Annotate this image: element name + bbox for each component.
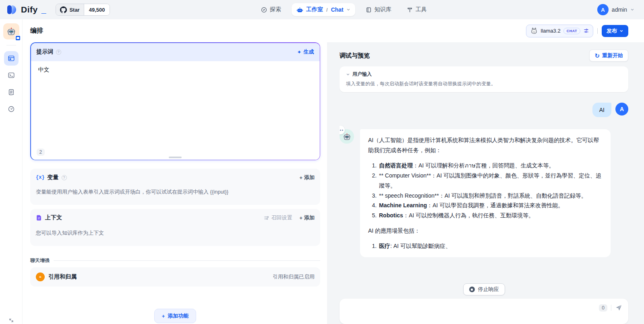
prompt-editor[interactable]: 中文 — [31, 61, 320, 160]
debug-panel-title: 调试与预览 — [340, 52, 370, 60]
knowledge-icon — [366, 7, 372, 13]
restart-button[interactable]: ↻ 重新开始 — [589, 50, 628, 62]
app-type-badge — [15, 35, 21, 41]
list-item: Robotics：AI 可以控制機器人行為，執行任務、互動環境等。 — [378, 210, 603, 221]
explore-icon — [261, 7, 267, 13]
orchestrate-config-panel: 提示词 ? ✦ 生成 中文 2 {x} 变量 ? + 添加 变量 — [23, 42, 327, 324]
plus-icon: + — [162, 313, 165, 319]
nav-knowledge[interactable]: 知识库 — [361, 3, 396, 16]
user-avatar[interactable]: A — [597, 4, 609, 15]
app-toolbar: 编排 llama3.2 CHAT 发布 — [23, 19, 644, 42]
current-app-icon[interactable] — [3, 23, 19, 39]
ai-message-bubble: AI（人工智能）是指使用计算机系统和算法来模拟人类智力和解决复杂问题的技术。它可… — [360, 129, 611, 257]
sidebar-item-logs[interactable] — [4, 85, 19, 99]
variables-title: 变量 — [48, 174, 59, 181]
add-context-button[interactable]: + 添加 — [299, 214, 315, 221]
sidebar-divider — [6, 45, 16, 45]
sidebar-item-monitoring[interactable] — [4, 102, 19, 116]
app-sidebar — [0, 19, 23, 324]
user-message-row: AI A — [340, 103, 628, 117]
citation-title: 引用和归属 — [48, 273, 77, 281]
list-item: Machine Learning：AI 可以學習自我調整，通過數據和算法來改善性… — [378, 200, 603, 210]
nav-separator: / — [326, 7, 328, 13]
prompt-resize-handle[interactable] — [169, 157, 182, 158]
monitoring-gauge-icon — [8, 105, 15, 113]
add-variable-button[interactable]: + 添加 — [299, 174, 315, 181]
user-input-title: 用户输入 — [352, 71, 372, 78]
ai-capabilities-list: 自然语言处理：AI 可以理解和分析ภาษ言種，回答問題、生成文本等。 ** Co… — [368, 161, 603, 221]
plus-icon: + — [299, 215, 302, 221]
citation-quote-icon: “ — [36, 272, 45, 281]
debug-preview-panel: 调试与预览 ↻ 重新开始 用户输入 填入变量的值，每次启动新会话时该变量将自动替… — [327, 42, 644, 324]
user-message-bubble: AI — [592, 103, 611, 117]
logo-underscore: _ — [41, 5, 46, 14]
add-feature-button[interactable]: + 添加功能 — [154, 309, 197, 323]
prompt-line-count: 2 — [37, 149, 45, 156]
dify-logo-icon — [6, 4, 18, 16]
context-section: 上下文 召回设置 + 添加 您可以导入知识库作为上下文 — [30, 209, 320, 246]
chevron-down-icon — [346, 8, 350, 12]
github-star-badge[interactable]: Star 49,500 — [56, 4, 110, 16]
user-input-card: 用户输入 填入变量的值，每次启动新会话时该变量将自动替换提示词中的变量。 — [340, 66, 628, 92]
model-settings-sliders-icon[interactable] — [583, 28, 589, 34]
recall-settings-icon — [264, 215, 269, 221]
github-star-count[interactable]: 49,500 — [84, 4, 110, 15]
chevron-down-icon — [346, 72, 350, 76]
logs-document-icon — [8, 89, 15, 96]
context-title: 上下文 — [45, 214, 62, 221]
refresh-icon: ↻ — [594, 53, 600, 59]
user-name: admin — [612, 6, 627, 13]
user-menu[interactable]: A admin — [597, 4, 634, 15]
list-item: 自然语言处理：AI 可以理解和分析ภาษ言種，回答問題、生成文本等。 — [378, 161, 603, 171]
ai-applications-list: 医疗: AI 可以幫助診斷病症、 — [368, 241, 603, 251]
chat-enhance-divider — [54, 260, 320, 261]
ai-message-row: AI（人工智能）是指使用计算机系统和算法来模拟人类智力和解决复杂问题的技术。它可… — [340, 129, 628, 257]
variables-section: {x} 变量 ? + 添加 变量能使用用户输入表单引入提示词或开场白，你可以试试… — [30, 169, 320, 205]
chat-message-list[interactable]: AI A — [340, 92, 628, 279]
generate-button[interactable]: ✦ 生成 — [297, 48, 314, 56]
chevron-down-icon — [630, 8, 634, 12]
ai-paragraph: AI 的應用場景包括： — [368, 226, 603, 236]
nav-studio-current-app[interactable]: Chat — [331, 6, 344, 13]
char-counter-badge: 0 — [599, 304, 607, 312]
tools-icon — [407, 7, 413, 13]
sidebar-collapse-button[interactable] — [8, 318, 14, 323]
terminal-icon — [8, 72, 15, 79]
github-star-label[interactable]: Star — [56, 4, 84, 15]
robot-icon — [296, 6, 303, 13]
user-input-toggle[interactable]: 用户输入 — [346, 71, 622, 78]
model-selector[interactable]: llama3.2 CHAT — [526, 25, 593, 37]
stop-response-button[interactable]: 停止响应 — [463, 283, 505, 295]
citation-section: “ 引用和归属 引用和归属已启用 — [30, 267, 320, 287]
model-name: llama3.2 — [541, 28, 561, 34]
chat-message-input[interactable] — [345, 304, 596, 314]
main-nav: 探索 工作室 / Chat 知识库 — [256, 3, 432, 16]
user-input-description: 填入变量的值，每次启动新会话时该变量将自动替换提示词中的变量。 — [346, 80, 622, 87]
ai-paragraph: AI（人工智能）是指使用计算机系统和算法来模拟人类智力和解决复杂问题的技术。它可… — [368, 135, 603, 155]
nav-studio[interactable]: 工作室 / Chat — [292, 3, 355, 16]
nav-explore[interactable]: 探索 — [256, 3, 286, 16]
prompt-title: 提示词 — [37, 48, 54, 56]
collapse-arrows-icon — [8, 318, 14, 323]
prompt-card-header: 提示词 ? ✦ 生成 — [31, 43, 320, 61]
help-icon[interactable]: ? — [62, 175, 67, 180]
sidebar-item-orchestrate[interactable] — [4, 51, 19, 66]
chat-input-box[interactable]: 0 — [340, 299, 628, 324]
list-item: ** speech Recognition**：AI 可以識別和辨別語音，對話系… — [378, 191, 603, 201]
robot-app-icon — [6, 27, 16, 36]
top-header: Dify_ Star 49,500 探索 — [0, 0, 644, 19]
sidebar-item-api[interactable] — [4, 68, 19, 83]
help-icon[interactable]: ? — [56, 50, 61, 55]
chevron-down-icon — [619, 29, 623, 33]
plus-icon: + — [299, 175, 302, 181]
list-item: 医疗: AI 可以幫助診斷病症、 — [378, 241, 603, 251]
nav-tools[interactable]: 工具 — [402, 3, 432, 16]
dify-logo[interactable]: Dify_ — [6, 4, 46, 16]
list-item: ** Computer Vision**：AI 可以識別图像中的对象、颜色、形狀… — [378, 171, 603, 191]
send-icon[interactable] — [615, 304, 623, 312]
recall-settings-button[interactable]: 召回设置 — [264, 214, 292, 221]
user-message-avatar: A — [615, 103, 628, 116]
variables-description: 变量能使用用户输入表单引入提示词或开场白，你可以试试在提示词中输入 {{inpu… — [36, 188, 315, 196]
publish-button[interactable]: 发布 — [602, 25, 628, 37]
prompt-card: 提示词 ? ✦ 生成 中文 2 — [30, 42, 320, 160]
